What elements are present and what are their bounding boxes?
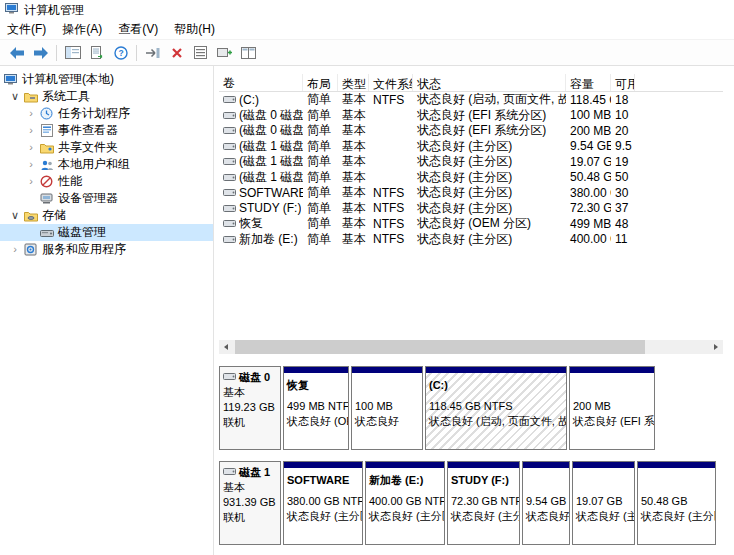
partition-block-study-f[interactable]: STUDY (F:) 72.30 GB NTFS 状态良好 (主分区) — [447, 461, 520, 545]
column-header-filesystem[interactable]: 文件系统 — [369, 74, 413, 91]
volume-capacity: 380.00 GB — [566, 186, 611, 200]
sidebar-item-shared-folders[interactable]: › 共享文件夹 — [0, 139, 213, 156]
menu-item-help[interactable]: 帮助(H) — [167, 18, 224, 41]
back-arrow-icon[interactable] — [5, 42, 28, 63]
column-header-free[interactable]: 可用空间 — [611, 74, 635, 91]
disk-header[interactable]: 磁盘 1 基本 931.39 GB 联机 — [219, 461, 281, 545]
scroll-right-icon[interactable] — [709, 340, 723, 354]
volume-status: 状态良好 (主分区) — [413, 184, 566, 201]
partition-name — [570, 378, 654, 393]
system-tools-icon — [22, 91, 39, 103]
sidebar-item-event-viewer[interactable]: › 事件查看器 — [0, 122, 213, 139]
partition-size: 100 MB — [352, 399, 422, 413]
sidebar-item-system-tools[interactable]: ∨ 系统工具 — [0, 88, 213, 105]
volume-name: (磁盘 0 磁盘分区 5) — [239, 122, 303, 139]
task-scheduler-icon — [38, 107, 55, 120]
partition-block-new-volume-e[interactable]: 新加卷 (E:) 400.00 GB NTFS 状态良好 (主分区) — [365, 461, 445, 545]
volume-icon — [223, 187, 236, 198]
table-row[interactable]: (磁盘 0 磁盘分区 2) 简单 基本 状态良好 (EFI 系统分区) 100 … — [219, 108, 723, 124]
column-header-type[interactable]: 类型 — [338, 74, 369, 91]
show-console-tree-icon[interactable] — [61, 42, 84, 63]
table-row[interactable]: 新加卷 (E:) 简单 基本 NTFS 状态良好 (主分区) 400.00 GB… — [219, 232, 723, 248]
partition-block-recovery[interactable]: 恢复 499 MB NTFS 状态良好 (OEM 分区) — [283, 366, 349, 450]
sidebar-item-task-scheduler[interactable]: › 任务计划程序 — [0, 105, 213, 122]
partition-color-strip — [570, 367, 654, 373]
action-arrow-icon[interactable] — [141, 42, 164, 63]
disk-name: 磁盘 1 — [239, 465, 270, 480]
partition-size: 118.45 GB NTFS — [426, 399, 566, 413]
table-row[interactable]: 恢复 简单 基本 NTFS 状态良好 (OEM 分区) 499 MB 48 — [219, 216, 723, 232]
partition-block-c-drive[interactable]: (C:) 118.45 GB NTFS 状态良好 (启动, 页面文件, 故障转储… — [425, 366, 567, 450]
chevron-expanded-icon[interactable]: ∨ — [8, 88, 22, 105]
export-list-icon[interactable] — [85, 42, 108, 63]
properties-icon[interactable] — [189, 42, 212, 63]
sidebar-item-device-manager[interactable]: 设备管理器 — [0, 190, 213, 207]
help-icon[interactable]: ? — [109, 42, 132, 63]
column-header-layout[interactable]: 布局 — [303, 74, 338, 91]
volume-filesystem: NTFS — [369, 232, 413, 246]
scrollbar-thumb[interactable] — [235, 340, 645, 354]
table-row[interactable]: (磁盘 1 磁盘分区 4) 简单 基本 状态良好 (主分区) 9.54 GB 9… — [219, 139, 723, 155]
console-tree: 计算机管理(本地) ∨ 系统工具 › 任务计划程序 › 事件查看器 › 共享文件… — [0, 66, 214, 555]
panes-icon[interactable] — [237, 42, 260, 63]
toolbar: ? — [0, 40, 734, 66]
chevron-collapsed-icon[interactable]: › — [24, 105, 38, 122]
main-area: 计算机管理(本地) ∨ 系统工具 › 任务计划程序 › 事件查看器 › 共享文件… — [0, 66, 734, 555]
computer-management-icon — [2, 73, 19, 86]
tree-item-label: 本地用户和组 — [55, 156, 130, 173]
partition-block-efi-100mb[interactable]: 100 MB 状态良好 — [351, 366, 423, 450]
sidebar-item-storage[interactable]: ∨ 存储 — [0, 207, 213, 224]
column-header-volume[interactable]: 卷 — [219, 74, 303, 91]
new-volume-icon[interactable] — [213, 42, 236, 63]
volume-status: 状态良好 (EFI 系统分区) — [413, 122, 566, 139]
delete-volume-icon[interactable] — [165, 42, 188, 63]
menu-item-file[interactable]: 文件(F) — [0, 18, 55, 41]
column-header-status[interactable]: 状态 — [413, 74, 566, 91]
forward-arrow-icon[interactable] — [29, 42, 52, 63]
table-row[interactable]: (磁盘 1 磁盘分区 6) 简单 基本 状态良好 (主分区) 19.07 GB … — [219, 154, 723, 170]
table-row[interactable]: (C:) 简单 基本 NTFS 状态良好 (启动, 页面文件, 故障转储, 主分… — [219, 92, 723, 108]
volume-free: 11 — [611, 232, 635, 246]
performance-icon — [38, 175, 55, 188]
sidebar-item-services-applications[interactable]: › 服务和应用程序 — [0, 241, 213, 258]
chevron-collapsed-icon[interactable]: › — [24, 173, 38, 190]
sidebar-item-disk-management[interactable]: 磁盘管理 — [0, 224, 213, 241]
tree-item-label: 性能 — [55, 173, 82, 190]
partition-block-9gb[interactable]: 9.54 GB 状态良好 — [522, 461, 570, 545]
partition-block-efi-200mb[interactable]: 200 MB 状态良好 (EFI 系统分区) — [569, 366, 655, 450]
chevron-collapsed-icon[interactable]: › — [24, 122, 38, 139]
table-row[interactable]: (磁盘 0 磁盘分区 5) 简单 基本 状态良好 (EFI 系统分区) 200 … — [219, 123, 723, 139]
volume-status: 状态良好 (主分区) — [413, 231, 566, 248]
table-row[interactable]: SOFTWARE (D:) 简单 基本 NTFS 状态良好 (主分区) 380.… — [219, 185, 723, 201]
sidebar-item-local-users-groups[interactable]: › 本地用户和组 — [0, 156, 213, 173]
partition-status: 状态良好 (主分区) — [366, 509, 444, 523]
disk-size: 931.39 GB — [223, 495, 278, 510]
chevron-collapsed-icon[interactable]: › — [24, 139, 38, 156]
volume-icon — [223, 110, 236, 121]
tree-item-label: 共享文件夹 — [55, 139, 118, 156]
partition-block-19gb[interactable]: 19.07 GB 状态良好 (主分区) — [572, 461, 635, 545]
partition-block-software[interactable]: SOFTWARE 380.00 GB NTFS 状态良好 (主分区) — [283, 461, 363, 545]
chevron-collapsed-icon[interactable]: › — [8, 241, 22, 258]
chevron-collapsed-icon[interactable]: › — [24, 156, 38, 173]
partition-block-50gb[interactable]: 50.48 GB 状态良好 (主分区) — [637, 461, 716, 545]
column-header-capacity[interactable]: 容量 — [566, 74, 611, 91]
chevron-expanded-icon[interactable]: ∨ — [8, 207, 22, 224]
disk-header[interactable]: 磁盘 0 基本 119.23 GB 联机 — [219, 366, 281, 450]
sidebar-item-computer-management[interactable]: 计算机管理(本地) — [0, 71, 213, 88]
table-row[interactable]: STUDY (F:) 简单 基本 NTFS 状态良好 (主分区) 72.30 G… — [219, 201, 723, 217]
volume-icon — [223, 203, 236, 214]
scroll-left-icon[interactable] — [219, 340, 233, 354]
table-row[interactable]: (磁盘 1 磁盘分区 7) 简单 基本 状态良好 (主分区) 50.48 GB … — [219, 170, 723, 186]
computer-management-window: { "colors": { "primary_partition": "#000… — [0, 0, 734, 555]
partition-name: STUDY (F:) — [448, 473, 519, 488]
menu-item-action[interactable]: 操作(A) — [55, 18, 111, 41]
menu-item-view[interactable]: 查看(V) — [111, 18, 167, 41]
partition-name — [352, 378, 422, 393]
partition-name: 新加卷 (E:) — [366, 473, 444, 488]
volume-icon — [223, 172, 236, 183]
sidebar-item-performance[interactable]: › 性能 — [0, 173, 213, 190]
volume-free: 30 — [611, 186, 635, 200]
horizontal-scrollbar[interactable] — [219, 340, 723, 354]
volume-capacity: 50.48 GB — [566, 170, 611, 184]
